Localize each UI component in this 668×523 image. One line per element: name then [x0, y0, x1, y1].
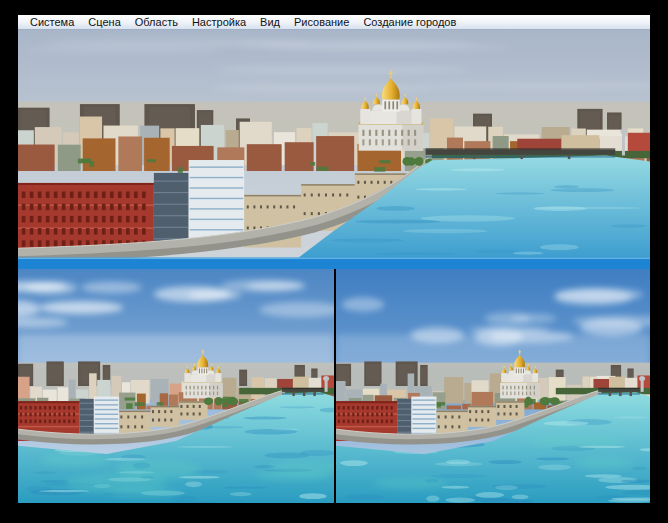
foreground-water-strip [18, 258, 650, 269]
workspace: СистемаСценаОбластьНастройкаВидРисование… [18, 15, 650, 503]
viewport-main[interactable] [18, 30, 650, 269]
menu-bar: СистемаСценаОбластьНастройкаВидРисование… [18, 15, 650, 30]
viewport-bottom-right[interactable] [336, 269, 650, 503]
trees [524, 397, 560, 406]
menu-item-7[interactable]: Создание городов [356, 15, 463, 29]
menu-item-5[interactable]: Вид [253, 15, 287, 29]
viewport-bottom-left[interactable] [18, 269, 334, 503]
menu-item-6[interactable]: Рисование [287, 15, 356, 29]
trees [204, 397, 238, 406]
scene-canvas [18, 269, 334, 503]
scene-canvas [336, 269, 650, 503]
menu-item-2[interactable]: Сцена [81, 15, 127, 29]
menu-item-4[interactable]: Настройка [185, 15, 253, 29]
menu-item-1[interactable]: Система [23, 15, 81, 29]
menu-item-3[interactable]: Область [128, 15, 185, 29]
app-window: СистемаСценаОбластьНастройкаВидРисование… [0, 0, 668, 523]
scene-canvas [18, 30, 650, 269]
